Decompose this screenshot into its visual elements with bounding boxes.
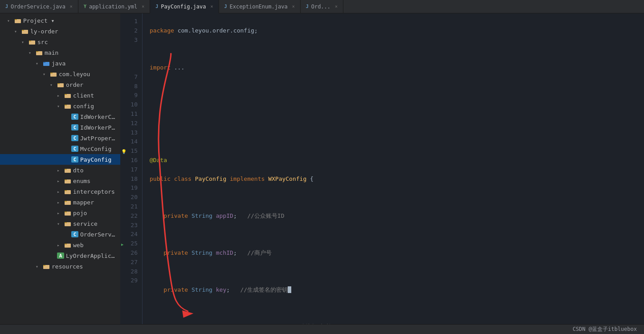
tree-item-java[interactable]: java	[0, 58, 120, 69]
tab-label: ExceptionEnum.java	[230, 4, 288, 10]
PayConfig-label: PayConfig	[80, 156, 111, 163]
class-icon: C	[71, 156, 78, 163]
code-line-6	[150, 119, 644, 128]
svg-rect-31	[65, 244, 67, 244]
code-content[interactable]: package com.leyou.order.config; import .…	[143, 13, 644, 324]
code-editor[interactable]: 1 2 3 7 8 9 10 11 12 13 14 💡 15 16 17	[120, 13, 644, 324]
svg-rect-23	[65, 190, 67, 191]
tab-close-icon[interactable]: ×	[292, 4, 295, 9]
pojo-label: pojo	[73, 210, 87, 216]
tab-close-icon[interactable]: ×	[211, 4, 213, 9]
tree-arrow	[36, 61, 43, 66]
tab-bar: J OrderService.java × Y application.yml …	[0, 0, 644, 13]
tree-item-project[interactable]: Project ▾	[0, 15, 120, 26]
java-icon: J	[306, 4, 309, 9]
folder-icon	[64, 103, 71, 109]
override-icon: ▶	[121, 240, 123, 249]
config-label: config	[73, 103, 94, 110]
line-22: 22	[120, 212, 142, 221]
interceptors-label: interceptors	[73, 188, 115, 195]
tree-item-src[interactable]: src	[0, 37, 120, 47]
code-line-2	[150, 45, 644, 54]
tab-close-icon[interactable]: ×	[142, 4, 144, 9]
tree-item-mapper[interactable]: mapper	[0, 197, 120, 208]
line-5	[120, 54, 142, 63]
java-icon: J	[155, 4, 158, 9]
yml-icon: Y	[84, 4, 86, 9]
line-15: 💡 15	[120, 147, 142, 156]
tree-item-PayConfig[interactable]: C PayConfig	[0, 154, 120, 165]
code-line-13: private String mchID; //商户号	[150, 248, 644, 258]
tree-item-client[interactable]: client	[0, 90, 120, 101]
bulb-icon: 💡	[121, 147, 126, 157]
code-line-14	[150, 267, 644, 277]
tree-item-interceptors[interactable]: interceptors	[0, 186, 120, 197]
line-3: 3	[120, 36, 142, 45]
tree-item-resources[interactable]: resources	[0, 261, 120, 272]
svg-rect-13	[57, 83, 60, 84]
folder-icon	[64, 167, 71, 173]
tab-ord[interactable]: J Ord... ×	[301, 0, 343, 13]
tab-close-icon[interactable]: ×	[335, 4, 338, 9]
folder-icon-resources	[43, 263, 50, 269]
line-20: 20	[120, 193, 142, 202]
folder-icon	[64, 92, 71, 98]
folder-icon	[64, 199, 71, 205]
folder-icon	[64, 188, 71, 195]
attribution-text: CSDN @蓝盒子itbluebox	[573, 326, 637, 333]
svg-rect-11	[50, 73, 53, 73]
line-29: 29	[120, 276, 142, 285]
class-icon: C	[71, 124, 78, 130]
folder-icon	[64, 210, 71, 216]
tree-item-IdWorkerProperties[interactable]: C IdWorkerProperties	[0, 122, 120, 133]
tree-item-LyOrderApplication[interactable]: A LyOrderApplication	[0, 250, 120, 261]
OrderService-label: OrderService	[80, 231, 117, 238]
mapper-label: mapper	[73, 199, 94, 206]
tree-item-OrderService[interactable]: C OrderService	[0, 229, 120, 240]
tree-item-enums[interactable]: enums	[0, 175, 120, 186]
tab-close-icon[interactable]: ×	[70, 4, 73, 9]
folder-icon	[21, 28, 29, 34]
project-label: Project ▾	[23, 17, 54, 24]
tree-item-config[interactable]: config	[0, 101, 120, 111]
IdWorkerProperties-label: IdWorkerProperties	[80, 124, 117, 131]
folder-icon	[57, 81, 64, 88]
tab-pay-config[interactable]: J PayConfig.java ×	[150, 0, 219, 13]
enums-label: enums	[73, 178, 90, 184]
main-layout: Project ▾ ly-order src	[0, 13, 644, 324]
tab-application-yml[interactable]: Y application.yml ×	[78, 0, 150, 13]
tree-item-web[interactable]: web	[0, 240, 120, 250]
tab-exception-enum[interactable]: J ExceptionEnum.java ×	[219, 0, 301, 13]
JwtProperties-label: JwtProperties	[80, 135, 117, 142]
svg-rect-1	[15, 19, 17, 20]
main-label: main	[45, 49, 58, 56]
order-label: order	[66, 81, 83, 88]
tree-arrow	[29, 50, 36, 55]
svg-rect-27	[65, 212, 67, 212]
tree-item-ly-order[interactable]: ly-order	[0, 26, 120, 37]
src-label: src	[37, 39, 48, 45]
line-24: 24	[120, 230, 142, 239]
line-6	[120, 63, 142, 73]
class-icon: C	[71, 135, 78, 141]
tree-arrow	[57, 93, 64, 98]
code-line-15: private String key; //生成签名的密钥	[150, 285, 644, 295]
tab-order-service[interactable]: J OrderService.java ×	[0, 0, 78, 13]
line-7: 7	[120, 73, 142, 82]
tree-item-service[interactable]: service	[0, 218, 120, 229]
tree-item-JwtProperties[interactable]: C JwtProperties	[0, 133, 120, 143]
svg-rect-19	[65, 169, 67, 170]
line-8: 8	[120, 82, 142, 91]
tree-item-IdWorkerConfig[interactable]: C IdWorkerConfig	[0, 111, 120, 122]
service-label: service	[73, 220, 98, 227]
java-icon: J	[224, 4, 227, 9]
code-line-4	[150, 82, 644, 91]
tree-item-pojo[interactable]: pojo	[0, 208, 120, 218]
tree-item-order[interactable]: order	[0, 79, 120, 90]
class-icon: C	[71, 146, 78, 152]
tree-arrow	[43, 72, 50, 77]
tree-item-MvcConfig[interactable]: C MvcConfig	[0, 143, 120, 154]
tree-item-dto[interactable]: dto	[0, 165, 120, 175]
tree-item-com-leyou[interactable]: com.leyou	[0, 69, 120, 79]
tree-item-main[interactable]: main	[0, 47, 120, 58]
